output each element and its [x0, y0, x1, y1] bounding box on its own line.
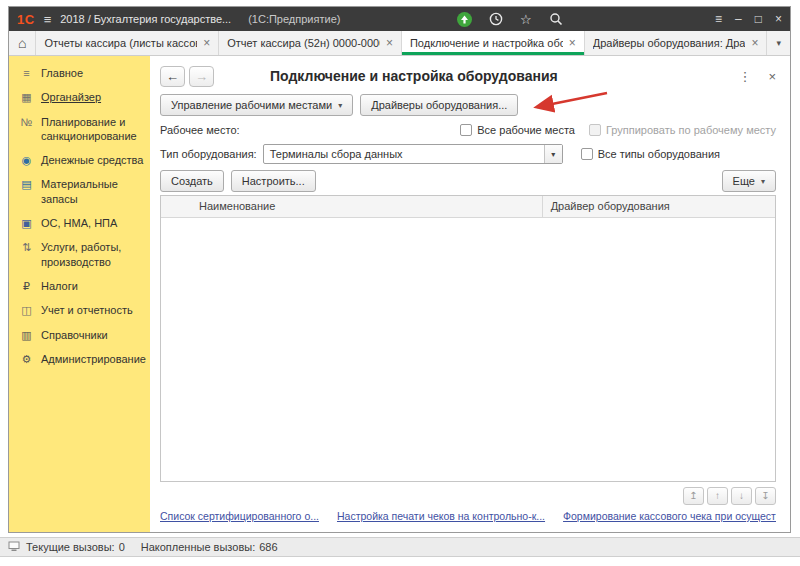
table-body-empty[interactable] — [161, 218, 775, 481]
chevron-down-icon: ▾ — [338, 101, 342, 110]
window-menu-icon[interactable]: ≡ — [715, 12, 722, 26]
workplace-label: Рабочее место: — [160, 124, 240, 136]
tab-close-icon[interactable]: × — [569, 36, 576, 50]
favorites-icon[interactable]: ☆ — [520, 12, 532, 27]
checkbox-box[interactable] — [581, 148, 593, 160]
main-section-icon: ≡ — [19, 66, 34, 80]
app-name-label: (1С:Предприятие) — [248, 13, 340, 25]
back-button[interactable]: ← — [160, 66, 185, 87]
tab-close-icon[interactable]: × — [203, 36, 210, 50]
equipment-type-select[interactable]: Терминалы сбора данных ▾ — [263, 144, 563, 164]
chevron-down-icon: ▾ — [551, 150, 555, 159]
tab-cashier-report-52n[interactable]: Отчет кассира (52н) 0000-000045 ... × — [219, 31, 402, 55]
equipment-type-row: Тип оборудования: Терминалы сбора данных… — [160, 141, 776, 167]
catalogs-icon: ▥ — [19, 328, 34, 342]
checkbox-box — [589, 124, 601, 136]
tab-home[interactable]: ⌂ — [9, 31, 36, 55]
create-button[interactable]: Создать — [160, 170, 224, 192]
home-icon: ⌂ — [18, 35, 26, 51]
checkbox-box[interactable] — [460, 124, 472, 136]
minimize-icon[interactable]: – — [735, 12, 742, 26]
calls-indicator-icon — [8, 540, 20, 554]
taxes-icon: ₽ — [19, 279, 34, 293]
equipment-type-label: Тип оборудования: — [160, 148, 257, 160]
arrow-up-icon: ↑ — [715, 490, 720, 501]
forward-arrow-icon: → — [195, 69, 208, 84]
chevron-down-icon: ▾ — [761, 177, 765, 186]
list-actions-row: Создать Настроить... Еще ▾ — [160, 167, 776, 195]
arrow-down-icon: ↓ — [739, 490, 744, 501]
all-types-checkbox[interactable]: Все типы оборудования — [581, 148, 720, 160]
configure-button[interactable]: Настроить... — [231, 170, 316, 192]
tab-equipment-drivers[interactable]: Драйверы оборудования: Драйве... × — [585, 31, 768, 55]
maximize-icon[interactable]: □ — [755, 12, 762, 26]
go-previous-button[interactable]: ↑ — [707, 487, 728, 505]
table-header: Наименование Драйвер оборудования — [161, 196, 775, 218]
accumulated-calls: Накопленные вызовы: 686 — [141, 541, 278, 553]
chevron-down-icon: ▾ — [776, 38, 781, 48]
tab-bar: ⌂ Отчеты кассира (листы кассовой ... × О… — [9, 31, 790, 56]
equipment-table: Наименование Драйвер оборудования — [160, 195, 776, 482]
column-header-name[interactable]: Наименование — [161, 196, 542, 217]
go-last-button[interactable]: ↧ — [755, 487, 776, 505]
close-icon[interactable]: × — [775, 12, 782, 26]
sidebar-item-money[interactable]: ◉ Денежные средства — [9, 148, 150, 172]
select-dropdown-button[interactable]: ▾ — [544, 145, 562, 163]
form-close-icon[interactable]: × — [768, 69, 776, 84]
window-controls: ≡ – □ × — [715, 12, 782, 26]
history-icon[interactable] — [489, 12, 503, 26]
forward-button[interactable]: → — [189, 66, 214, 87]
annotation-arrow — [527, 88, 613, 114]
sidebar-item-administration[interactable]: ⚙ Администрирование — [9, 347, 150, 371]
all-workplaces-checkbox[interactable]: Все рабочие места — [460, 124, 575, 136]
main-menu-icon[interactable]: ≡ — [44, 12, 52, 27]
equipment-drivers-button[interactable]: Драйверы оборудования... — [360, 94, 518, 116]
sidebar-item-planning[interactable]: № Планирование и санкционирование — [9, 110, 150, 149]
gear-icon: ⚙ — [19, 352, 34, 366]
workplaces-management-button[interactable]: Управление рабочими местами ▾ — [160, 94, 353, 116]
certified-equipment-link[interactable]: Список сертифицированного о... — [160, 510, 319, 522]
service-notifications-icon[interactable] — [457, 12, 472, 27]
search-icon[interactable] — [549, 12, 563, 26]
form-equipment-setup: ← → Подключение и настройка оборудования… — [150, 56, 790, 532]
current-calls: Текущие вызовы: 0 — [26, 541, 125, 553]
sidebar-item-catalogs[interactable]: ▥ Справочники — [9, 323, 150, 347]
status-bar: Текущие вызовы: 0 Накопленные вызовы: 68… — [0, 537, 800, 557]
sidebar-item-services[interactable]: ⇅ Услуги, работы, производство — [9, 235, 150, 274]
fixed-assets-icon: ▣ — [19, 216, 34, 230]
receipt-print-setup-link[interactable]: Настройка печати чеков на контрольно-к..… — [337, 510, 545, 522]
arrow-last-icon: ↧ — [761, 490, 769, 501]
group-by-workplace-checkbox: Группировать по рабочему месту — [589, 124, 776, 136]
sidebar-item-organizer[interactable]: ▦ Органайзер — [9, 85, 150, 109]
footer-links: Список сертифицированного о... Настройка… — [160, 506, 776, 526]
money-icon: ◉ — [19, 153, 34, 167]
app-window: 1С ≡ 2018 / Бухгалтерия государстве... (… — [8, 6, 791, 533]
more-actions-icon[interactable]: ⋮ — [738, 69, 751, 84]
sections-sidebar: ≡ Главное ▦ Органайзер № Планирование и … — [9, 56, 150, 532]
page-title: Подключение и настройка оборудования — [270, 68, 558, 84]
form-toolbar: Управление рабочими местами ▾ Драйверы о… — [160, 91, 776, 119]
back-arrow-icon: ← — [166, 69, 179, 84]
window-title: 2018 / Бухгалтерия государстве... — [60, 13, 231, 25]
sidebar-item-accounting[interactable]: ◫ Учет и отчетность — [9, 298, 150, 322]
form-header: ← → Подключение и настройка оборудования… — [160, 61, 776, 91]
receipt-generation-link[interactable]: Формирование кассового чека при осуществ… — [563, 510, 776, 522]
record-navigation: ↥ ↑ ↓ ↧ — [160, 482, 776, 506]
tab-equipment-setup[interactable]: Подключение и настройка обору... × — [402, 31, 585, 55]
go-next-button[interactable]: ↓ — [731, 487, 752, 505]
more-button[interactable]: Еще ▾ — [722, 170, 776, 192]
sidebar-item-inventory[interactable]: ▤ Материальные запасы — [9, 172, 150, 211]
tab-close-icon[interactable]: × — [386, 36, 393, 50]
tab-list-dropdown[interactable]: ▾ — [767, 31, 790, 55]
tab-cashier-reports[interactable]: Отчеты кассира (листы кассовой ... × — [36, 31, 219, 55]
titlebar-service-icons: ☆ — [457, 7, 563, 31]
arrow-first-icon: ↥ — [689, 490, 697, 501]
sidebar-item-main[interactable]: ≡ Главное — [9, 61, 150, 85]
column-header-driver[interactable]: Драйвер оборудования — [542, 196, 775, 217]
sidebar-item-fixed-assets[interactable]: ▣ ОС, НМА, НПА — [9, 211, 150, 235]
tab-close-icon[interactable]: × — [751, 36, 758, 50]
inventory-icon: ▤ — [19, 177, 34, 191]
go-first-button[interactable]: ↥ — [683, 487, 704, 505]
sidebar-item-taxes[interactable]: ₽ Налоги — [9, 274, 150, 298]
title-bar: 1С ≡ 2018 / Бухгалтерия государстве... (… — [9, 7, 790, 31]
